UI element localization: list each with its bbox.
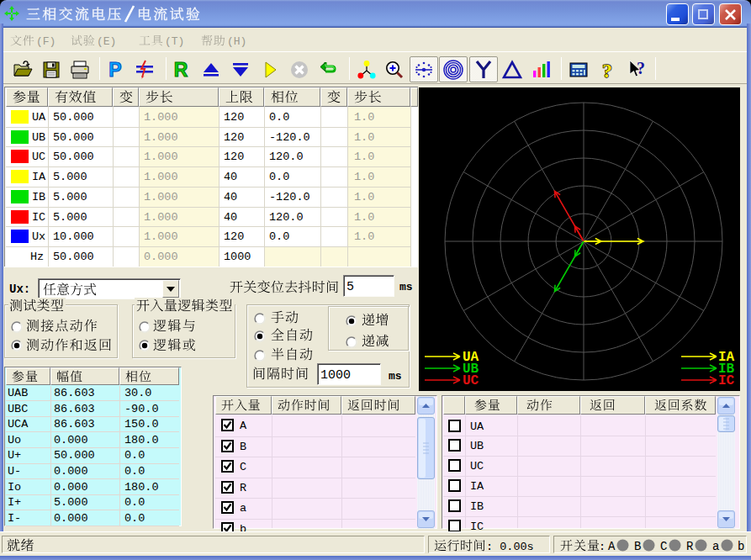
svg-text:UC: UC (463, 373, 479, 388)
svg-text:P: P (108, 60, 121, 80)
svg-text:?: ? (602, 60, 612, 80)
svg-text:?: ? (637, 60, 645, 77)
svg-text:IC: IC (718, 373, 735, 388)
svg-text:R: R (174, 60, 188, 80)
